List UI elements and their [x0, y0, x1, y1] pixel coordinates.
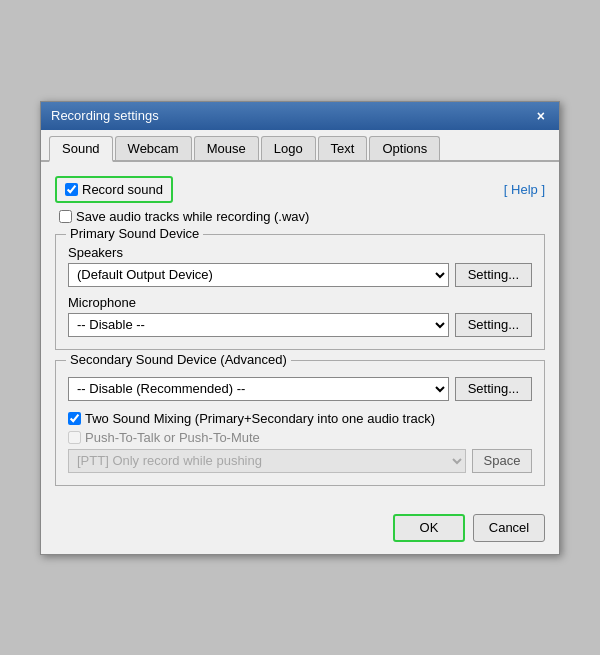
tab-sound[interactable]: Sound	[49, 136, 113, 162]
title-bar: Recording settings ×	[41, 102, 559, 130]
secondary-device-select[interactable]: -- Disable (Recommended) --	[68, 377, 449, 401]
cancel-button[interactable]: Cancel	[473, 514, 545, 542]
two-sound-mixing-row: Two Sound Mixing (Primary+Secondary into…	[68, 411, 532, 426]
speakers-setting-button[interactable]: Setting...	[455, 263, 532, 287]
tab-webcam[interactable]: Webcam	[115, 136, 192, 160]
record-sound-text: Record sound	[82, 182, 163, 197]
recording-settings-dialog: Recording settings × Sound Webcam Mouse …	[40, 101, 560, 555]
tab-options[interactable]: Options	[369, 136, 440, 160]
two-sound-mixing-label: Two Sound Mixing (Primary+Secondary into…	[85, 411, 435, 426]
record-sound-checkbox[interactable]	[65, 183, 78, 196]
ptt-row: Push-To-Talk or Push-To-Mute	[68, 430, 532, 445]
secondary-device-row: -- Disable (Recommended) -- Setting...	[68, 377, 532, 401]
secondary-sound-group-label: Secondary Sound Device (Advanced)	[66, 352, 291, 367]
primary-sound-device-group: Primary Sound Device Speakers (Default O…	[55, 234, 545, 350]
record-sound-label[interactable]: Record sound	[55, 176, 173, 203]
speakers-select[interactable]: (Default Output Device)	[68, 263, 449, 287]
tab-mouse[interactable]: Mouse	[194, 136, 259, 160]
dialog-title: Recording settings	[51, 108, 159, 123]
tab-logo[interactable]: Logo	[261, 136, 316, 160]
two-sound-mixing-checkbox[interactable]	[68, 412, 81, 425]
microphone-select[interactable]: -- Disable --	[68, 313, 449, 337]
ptt-key-input[interactable]	[472, 449, 532, 473]
speakers-label: Speakers	[68, 245, 532, 260]
help-link[interactable]: [ Help ]	[504, 182, 545, 197]
microphone-label: Microphone	[68, 295, 532, 310]
dialog-content: Record sound [ Help ] Save audio tracks …	[41, 162, 559, 506]
save-audio-checkbox[interactable]	[59, 210, 72, 223]
save-audio-row: Save audio tracks while recording (.wav)	[59, 209, 545, 224]
secondary-setting-button[interactable]: Setting...	[455, 377, 532, 401]
record-sound-row: Record sound [ Help ]	[55, 176, 545, 203]
ok-button[interactable]: OK	[393, 514, 465, 542]
ptt-mode-select[interactable]: [PTT] Only record while pushing	[68, 449, 466, 473]
primary-sound-group-label: Primary Sound Device	[66, 226, 203, 241]
speakers-row: (Default Output Device) Setting...	[68, 263, 532, 287]
tab-text[interactable]: Text	[318, 136, 368, 160]
save-audio-label: Save audio tracks while recording (.wav)	[76, 209, 309, 224]
secondary-sound-device-group: Secondary Sound Device (Advanced) -- Dis…	[55, 360, 545, 486]
ptt-label: Push-To-Talk or Push-To-Mute	[85, 430, 260, 445]
microphone-setting-button[interactable]: Setting...	[455, 313, 532, 337]
ptt-checkbox[interactable]	[68, 431, 81, 444]
close-button[interactable]: ×	[533, 108, 549, 124]
ptt-select-row: [PTT] Only record while pushing	[68, 449, 532, 473]
tab-bar: Sound Webcam Mouse Logo Text Options	[41, 130, 559, 162]
microphone-row: -- Disable -- Setting...	[68, 313, 532, 337]
bottom-buttons: OK Cancel	[41, 506, 559, 554]
